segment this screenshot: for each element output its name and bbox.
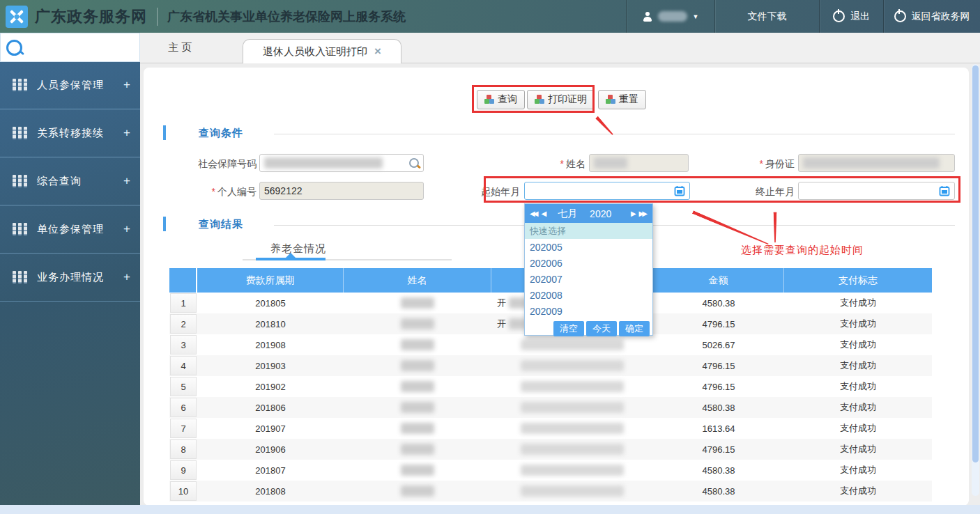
list-icon — [13, 223, 27, 235]
picker-month[interactable]: 七月 — [558, 208, 577, 220]
picker-option-202005[interactable]: 202005 — [525, 239, 652, 255]
next-year-icon[interactable]: ▶▶ — [638, 210, 647, 217]
tab-home[interactable]: 主 页 — [168, 41, 192, 54]
tab-income-certificate-print[interactable]: 退休人员收入证明打印 × — [243, 39, 401, 63]
tab-pension-status[interactable]: 养老金情况 — [270, 242, 326, 256]
lookup-search-icon[interactable] — [409, 158, 419, 168]
reset-button[interactable]: 重置 — [598, 90, 646, 109]
cell-amount: 4580.38 — [653, 397, 784, 418]
picker-year[interactable]: 2020 — [590, 208, 611, 219]
cell-period: 201808 — [197, 481, 344, 501]
plus-icon: + — [123, 174, 130, 188]
cell-status: 支付成功 — [784, 481, 932, 501]
next-month-icon[interactable]: ▶ — [629, 210, 638, 217]
table-row[interactable]: 10 201808 4580.38 支付成功 — [169, 481, 932, 501]
picker-confirm-button[interactable]: 确定 — [619, 321, 650, 336]
table-row[interactable]: 9 201807 4580.38 支付成功 — [169, 460, 932, 481]
search-icon — [6, 40, 22, 56]
ssn-label: 社会保障号码 — [174, 158, 257, 171]
picker-footer: 清空 今天 确定 — [525, 319, 652, 338]
sidebar-item-comprehensive-query[interactable]: 综合查询 + — [0, 157, 140, 205]
table-row[interactable]: 5 201902 4796.15 支付成功 — [169, 376, 932, 397]
name-input[interactable] — [589, 154, 689, 172]
start-month-input[interactable] — [524, 182, 690, 200]
back-portal-button[interactable]: 返回省政务网 — [883, 0, 980, 33]
sidebar-item-personnel-insurance[interactable]: 人员参保管理 + — [0, 61, 140, 109]
sidebar-item-unit-insurance[interactable]: 单位参保管理 + — [0, 205, 140, 254]
cell-extra: 开 — [497, 318, 506, 330]
cell-amount: 4796.15 — [653, 439, 784, 460]
cell-status: 支付成功 — [784, 376, 932, 397]
personal-no-input[interactable]: 5692122 — [259, 182, 424, 200]
picker-option-202006[interactable]: 202006 — [525, 255, 652, 271]
section-title-conditions: 查询条件 — [199, 127, 243, 140]
query-button[interactable]: 查询 — [477, 90, 525, 109]
table-row[interactable]: 7 201907 1613.64 支付成功 — [169, 418, 932, 439]
tab-bar: 主 页 退休人员收入证明打印 × — [140, 33, 980, 63]
redacted-value — [803, 157, 940, 169]
picker-today-button[interactable]: 今天 — [586, 321, 617, 336]
cell-amount: 4580.38 — [653, 481, 784, 501]
id-card-input[interactable] — [798, 154, 955, 172]
redacted-value — [521, 485, 624, 497]
section-divider — [274, 134, 955, 134]
id-card-label: *身份证 — [732, 158, 795, 171]
system-title: 广东省机关事业单位养老保险网上服务系统 — [167, 8, 406, 25]
prev-year-icon[interactable]: ◀◀ — [528, 210, 537, 217]
required-mark: * — [212, 186, 215, 197]
quick-select-row[interactable]: 快速选择 — [525, 223, 652, 239]
redacted-name — [401, 318, 434, 329]
cell-amount: 4796.15 — [653, 376, 784, 397]
vertical-scrollbar-thumb[interactable] — [972, 65, 979, 462]
picker-option-202009[interactable]: 202009 — [525, 303, 652, 319]
user-name-redacted — [658, 11, 687, 22]
logout-button[interactable]: 退出 — [819, 0, 883, 33]
plus-icon: + — [123, 270, 130, 284]
cell-extra: 开 — [497, 297, 506, 309]
prev-month-icon[interactable]: ◀ — [539, 210, 548, 217]
ssn-input[interactable] — [259, 154, 424, 172]
required-mark: * — [760, 158, 763, 169]
logout-label: 退出 — [850, 10, 870, 23]
picker-option-202007[interactable]: 202007 — [525, 271, 652, 287]
print-certificate-button[interactable]: 打印证明 — [527, 90, 595, 109]
sidebar-item-business-status[interactable]: 业务办理情况 + — [0, 254, 140, 302]
row-index: 4 — [170, 356, 197, 375]
table-row[interactable]: 4 201903 4796.15 支付成功 — [169, 355, 932, 376]
sidebar-menu: 人员参保管理 + 关系转移接续 + 综合查询 + 单位参保管理 + 业务办理情况 — [0, 61, 140, 302]
subtab-pointer — [285, 253, 296, 258]
required-mark: * — [560, 158, 564, 169]
sidebar-item-label: 业务办理情况 — [37, 271, 104, 284]
file-download-label: 文件下载 — [748, 10, 787, 23]
picker-option-202008[interactable]: 202008 — [525, 287, 652, 303]
cell-period: 201906 — [197, 439, 344, 460]
end-month-input[interactable] — [798, 182, 955, 200]
file-download-button[interactable]: 文件下载 — [714, 0, 819, 33]
section-title-results: 查询结果 — [199, 218, 243, 231]
power-icon — [894, 10, 906, 22]
redacted-value — [521, 381, 624, 392]
sidebar-search-input[interactable] — [26, 41, 155, 54]
picker-clear-button[interactable]: 清空 — [553, 321, 584, 336]
calendar-icon[interactable] — [939, 185, 950, 196]
row-index: 10 — [170, 481, 197, 501]
reset-button-label: 重置 — [619, 93, 638, 106]
date-picker-header: ◀◀ ◀ 七月 2020 ▶ ▶▶ — [525, 204, 652, 223]
close-icon[interactable]: × — [374, 45, 381, 59]
cell-amount: 1613.64 — [653, 418, 784, 439]
table-row[interactable]: 8 201906 4796.15 支付成功 — [169, 439, 932, 460]
cell-status: 支付成功 — [784, 439, 932, 460]
calendar-icon[interactable] — [674, 185, 685, 196]
redacted-name — [401, 485, 434, 497]
col-header-name: 姓名 — [344, 268, 491, 293]
redacted-name — [401, 360, 434, 371]
cubes-icon — [606, 95, 615, 104]
user-menu[interactable]: ▼ — [626, 0, 714, 33]
row-index: 1 — [170, 293, 197, 313]
cell-status: 支付成功 — [784, 355, 932, 376]
cell-status: 支付成功 — [784, 397, 932, 418]
sidebar-item-relation-transfer[interactable]: 关系转移接续 + — [0, 109, 140, 157]
table-row[interactable]: 6 201806 4580.38 支付成功 — [169, 397, 932, 418]
col-header-pay-flag: 支付标志 — [784, 268, 932, 293]
horizontal-scrollbar-track[interactable] — [0, 505, 980, 514]
